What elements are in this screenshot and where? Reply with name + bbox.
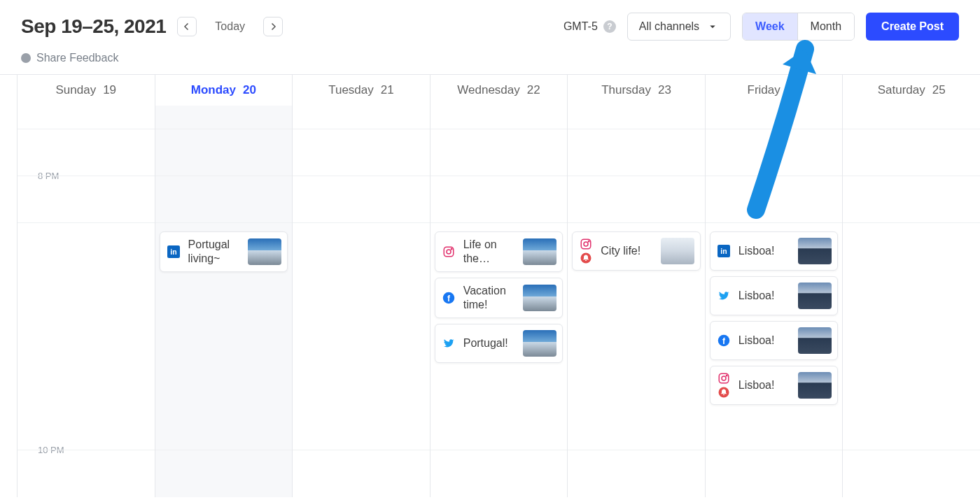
post-card[interactable]: f Vacation time! bbox=[435, 278, 564, 318]
share-feedback-text: Share Feedback bbox=[36, 52, 118, 64]
svg-text:in: in bbox=[720, 247, 727, 255]
linkedin-icon: in bbox=[167, 245, 180, 258]
slot: City life! bbox=[572, 231, 701, 271]
post-card[interactable]: City life! bbox=[572, 231, 701, 271]
view-week-button[interactable]: Week bbox=[743, 13, 798, 40]
view-toggle: Week Month bbox=[742, 13, 855, 41]
arrow-left-icon bbox=[181, 20, 193, 33]
day-header-saturday: Saturday25 bbox=[842, 75, 980, 106]
post-card[interactable]: in Lisboa! bbox=[710, 231, 839, 271]
post-card[interactable]: Life on the… bbox=[435, 231, 564, 272]
day-column-thursday[interactable]: City life! bbox=[567, 106, 705, 497]
help-icon[interactable]: ? bbox=[603, 20, 616, 33]
slot: Life on the… f Vacation time! bbox=[435, 231, 564, 363]
view-month-button[interactable]: Month bbox=[798, 13, 854, 40]
post-text: Portugal! bbox=[463, 336, 517, 350]
post-thumbnail bbox=[798, 238, 832, 264]
day-header-wednesday: Wednesday22 bbox=[430, 75, 568, 106]
post-thumbnail bbox=[523, 285, 556, 311]
day-header-monday: Monday20 bbox=[155, 75, 293, 106]
instagram-icon bbox=[442, 245, 455, 258]
day-column-tuesday[interactable] bbox=[292, 106, 430, 497]
slot: in Portugal living~ bbox=[160, 231, 288, 272]
post-text: City life! bbox=[601, 244, 654, 258]
share-feedback-link[interactable]: Share Feedback bbox=[0, 46, 980, 74]
post-text: Lisboa! bbox=[738, 334, 792, 348]
day-column-monday[interactable]: in Portugal living~ bbox=[155, 106, 293, 497]
chat-bubble-icon bbox=[21, 53, 31, 63]
linkedin-icon: in bbox=[718, 245, 730, 257]
post-text: Lisboa! bbox=[738, 244, 792, 258]
channels-dropdown[interactable]: All channels bbox=[627, 13, 731, 41]
caret-down-icon bbox=[706, 20, 719, 33]
twitter-icon bbox=[718, 290, 730, 302]
day-column-wednesday[interactable]: Life on the… f Vacation time! bbox=[430, 106, 568, 497]
instagram-icon bbox=[580, 238, 592, 250]
timezone-label: GMT-5 ? bbox=[564, 20, 616, 33]
post-thumbnail bbox=[798, 283, 832, 309]
facebook-icon: f bbox=[718, 334, 730, 347]
post-text: Lisboa! bbox=[738, 378, 792, 392]
facebook-icon: f bbox=[442, 292, 455, 304]
topbar: Sep 19–25, 2021 Today GMT-5 ? All channe… bbox=[0, 0, 980, 46]
twitter-icon bbox=[442, 337, 455, 350]
post-thumbnail bbox=[661, 238, 694, 264]
post-thumbnail bbox=[523, 330, 556, 357]
svg-point-8 bbox=[584, 242, 588, 246]
post-card[interactable]: f Lisboa! bbox=[710, 321, 839, 360]
timezone-text: GMT-5 bbox=[564, 20, 598, 33]
svg-point-4 bbox=[451, 248, 452, 250]
day-column-saturday[interactable] bbox=[842, 106, 980, 497]
post-text: Lisboa! bbox=[738, 289, 792, 303]
calendar: Sunday19 Monday20 Tuesday21 Wednesday22 … bbox=[0, 74, 980, 497]
post-card[interactable]: Portugal! bbox=[435, 324, 564, 363]
post-card[interactable]: in Portugal living~ bbox=[160, 231, 288, 272]
post-thumbnail bbox=[798, 372, 832, 399]
day-column-sunday[interactable] bbox=[17, 106, 155, 497]
day-column-friday[interactable]: in Lisboa! Lisboa! bbox=[705, 106, 843, 497]
post-card[interactable]: Lisboa! bbox=[710, 276, 839, 315]
post-text: Life on the… bbox=[463, 238, 517, 266]
slot: in Lisboa! Lisboa! bbox=[710, 231, 839, 405]
post-thumbnail bbox=[798, 327, 832, 354]
next-week-button[interactable] bbox=[263, 17, 283, 36]
day-header-thursday: Thursday23 bbox=[567, 75, 705, 106]
svg-text:in: in bbox=[170, 248, 176, 256]
calendar-body: 8 PM 10 PM in bbox=[17, 106, 980, 497]
post-thumbnail bbox=[523, 238, 556, 265]
post-text: Portugal living~ bbox=[188, 238, 241, 266]
svg-point-3 bbox=[447, 250, 451, 254]
post-text: Vacation time! bbox=[463, 284, 517, 312]
day-header-friday: Friday24 bbox=[705, 75, 843, 106]
post-card[interactable]: Lisboa! bbox=[710, 366, 839, 405]
post-thumbnail bbox=[248, 238, 281, 265]
svg-point-9 bbox=[589, 241, 590, 242]
arrow-right-icon bbox=[267, 20, 279, 33]
channels-label: All channels bbox=[639, 20, 699, 33]
day-header-sunday: Sunday19 bbox=[17, 75, 155, 106]
reminder-bell-icon bbox=[580, 252, 592, 264]
prev-week-button[interactable] bbox=[177, 17, 197, 36]
create-post-button[interactable]: Create Post bbox=[866, 13, 959, 41]
date-range: Sep 19–25, 2021 bbox=[21, 15, 166, 38]
instagram-icon bbox=[718, 372, 730, 385]
day-headers: Sunday19 Monday20 Tuesday21 Wednesday22 … bbox=[17, 75, 980, 106]
svg-point-17 bbox=[726, 375, 727, 376]
today-button[interactable]: Today bbox=[208, 17, 252, 36]
svg-point-16 bbox=[722, 376, 726, 380]
day-header-tuesday: Tuesday21 bbox=[292, 75, 430, 106]
reminder-bell-icon bbox=[718, 386, 730, 399]
